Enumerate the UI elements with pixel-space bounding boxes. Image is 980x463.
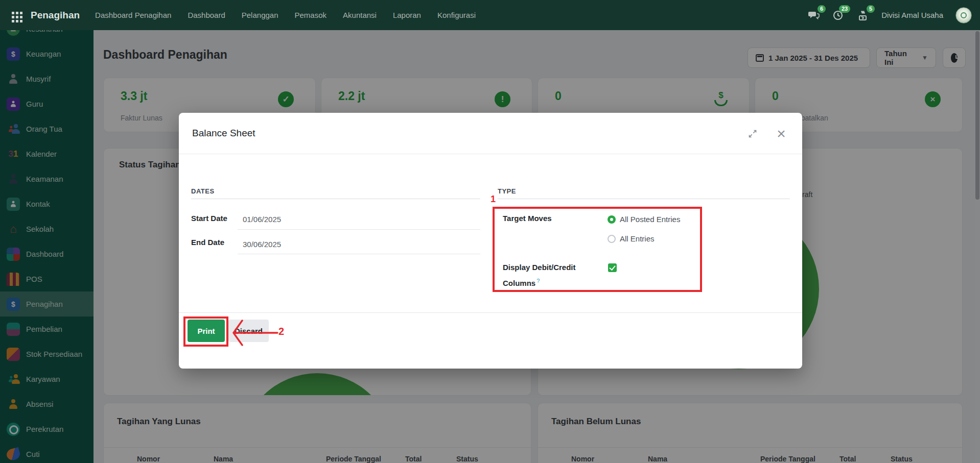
type-section-title: TYPE (498, 187, 516, 195)
expand-dialog-button[interactable] (745, 126, 760, 141)
end-date-input[interactable]: 30/06/2025 (243, 240, 281, 249)
annotation-step-1: 1 (491, 194, 496, 205)
sales-badge: 5 (867, 5, 875, 13)
start-date-label: Start Date (191, 214, 227, 223)
user-avatar[interactable] (955, 7, 972, 23)
annotation-step-2: 2 (278, 326, 284, 337)
apps-grid-icon[interactable] (8, 9, 21, 22)
navbar-menu: Dashboard Penagihan Dashboard Pelanggan … (95, 11, 476, 19)
annotation-box-print (183, 316, 228, 347)
company-menu[interactable]: Divisi Amal Usaha (881, 11, 943, 19)
navbar-right: 6 23 5 Divisi Amal Usaha (808, 7, 972, 23)
start-date-input[interactable]: 01/06/2025 (243, 215, 281, 224)
menu-dashboard[interactable]: Dashboard (188, 11, 225, 19)
dialog-title: Balance Sheet (192, 128, 255, 139)
dates-section-title: DATES (191, 187, 215, 195)
menu-akuntansi[interactable]: Akuntansi (343, 11, 377, 19)
activities-badge: 23 (839, 5, 850, 13)
menu-laporan[interactable]: Laporan (393, 11, 421, 19)
dates-divider (191, 199, 480, 199)
activities-icon[interactable]: 23 (832, 9, 845, 21)
app-name[interactable]: Penagihan (31, 10, 80, 21)
messages-badge: 6 (818, 5, 826, 13)
top-navbar: Penagihan Dashboard Penagihan Dashboard … (0, 0, 980, 30)
messages-icon[interactable]: 6 (808, 9, 820, 21)
start-date-underline (238, 229, 480, 230)
screen: Penagihan Dashboard Penagihan Dashboard … (0, 0, 980, 463)
menu-konfigurasi[interactable]: Konfigurasi (437, 11, 476, 19)
end-date-label: End Date (191, 238, 224, 247)
end-date-underline (238, 254, 480, 254)
annotation-box-type-options (493, 207, 702, 292)
close-dialog-button[interactable]: × (774, 126, 789, 141)
menu-pelanggan[interactable]: Pelanggan (242, 11, 278, 19)
dialog-header: Balance Sheet (179, 113, 802, 154)
menu-pemasok[interactable]: Pemasok (295, 11, 327, 19)
type-divider (498, 199, 790, 199)
sales-money-icon[interactable]: 5 (857, 9, 869, 21)
footer-divider (179, 312, 802, 313)
menu-dashboard-penagihan[interactable]: Dashboard Penagihan (95, 11, 171, 19)
